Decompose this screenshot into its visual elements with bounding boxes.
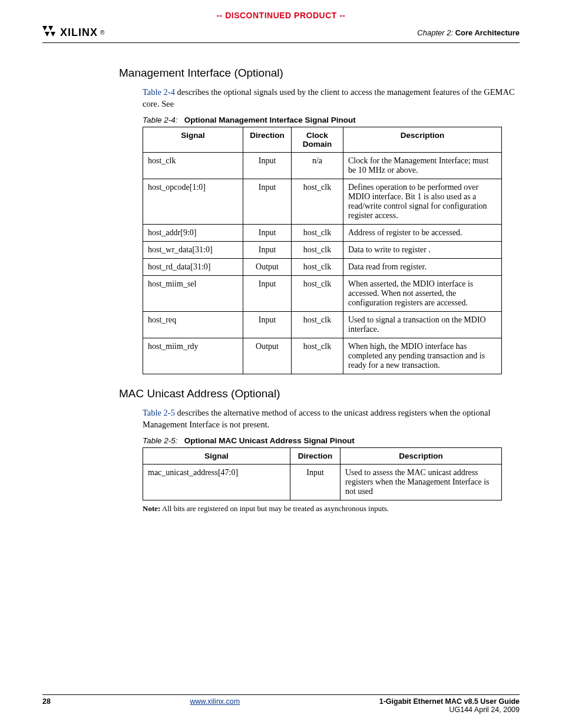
cell-signal: host_miim_rdy xyxy=(143,338,243,374)
col-signal: Signal xyxy=(143,127,243,153)
footer-url[interactable]: www.xilinx.com xyxy=(51,697,379,706)
cell-description: Used to signal a transaction on the MDIO… xyxy=(343,312,502,338)
table-2-4-link[interactable]: Table 2-4 xyxy=(143,87,175,97)
cell-description: Defines operation to be performed over M… xyxy=(343,179,502,225)
cell-clock: host_clk xyxy=(292,338,343,374)
table-row: host_miim_selInputhost_clkWhen asserted,… xyxy=(143,276,502,312)
cell-clock: host_clk xyxy=(292,276,343,312)
logo-brand-text: XILINX xyxy=(60,27,98,39)
col-direction: Direction xyxy=(290,448,340,465)
table-row: host_miim_rdyOutputhost_clkWhen high, th… xyxy=(143,338,502,374)
logo-registered: ® xyxy=(100,29,104,36)
table-row: host_wr_data[31:0]Inputhost_clkData to w… xyxy=(143,242,502,259)
chapter-prefix: Chapter 2: xyxy=(417,28,453,37)
cell-direction: Output xyxy=(243,338,292,374)
svg-marker-1 xyxy=(48,26,53,31)
cell-clock: host_clk xyxy=(292,242,343,259)
cell-clock: host_clk xyxy=(292,312,343,338)
cell-direction: Input xyxy=(243,312,292,338)
cell-description: Data read from register. xyxy=(343,259,502,276)
table-header-row: Signal Direction Clock Domain Descriptio… xyxy=(143,127,502,153)
cell-description: Data to write to register . xyxy=(343,242,502,259)
section-heading-management: Management Interface (Optional) xyxy=(119,67,520,80)
table-2-5: Signal Direction Description mac_unicast… xyxy=(143,447,502,500)
cell-clock: host_clk xyxy=(292,179,343,225)
col-clock-domain: Clock Domain xyxy=(292,127,343,153)
table-2-5-number: Table 2-5: xyxy=(143,436,178,445)
cell-signal: host_wr_data[31:0] xyxy=(143,242,243,259)
table-row: host_addr[9:0]Inputhost_clkAddress of re… xyxy=(143,225,502,242)
cell-description: When high, the MDIO interface has comple… xyxy=(343,338,502,374)
table-2-5-link[interactable]: Table 2-5 xyxy=(143,408,175,417)
cell-signal: mac_unicast_address[47:0] xyxy=(143,465,290,500)
cell-clock: host_clk xyxy=(292,259,343,276)
xilinx-logo-icon xyxy=(42,26,58,39)
table-2-5-caption: Table 2-5: Optional MAC Unicast Address … xyxy=(143,436,520,445)
table-2-5-title: Optional MAC Unicast Address Signal Pino… xyxy=(184,436,355,445)
table-2-4: Signal Direction Clock Domain Descriptio… xyxy=(143,127,502,374)
chapter-breadcrumb: Chapter 2: Core Architecture xyxy=(417,28,520,37)
table-2-4-title: Optional Management Interface Signal Pin… xyxy=(184,116,356,124)
cell-signal: host_opcode[1:0] xyxy=(143,179,243,225)
cell-direction: Input xyxy=(243,225,292,242)
cell-direction: Input xyxy=(243,179,292,225)
table-2-4-number: Table 2-4: xyxy=(143,116,178,124)
cell-description: Clock for the Management Interface; must… xyxy=(343,153,502,179)
cell-signal: host_addr[9:0] xyxy=(143,225,243,242)
cell-direction: Output xyxy=(243,259,292,276)
table-row: host_clkInputn/aClock for the Management… xyxy=(143,153,502,179)
cell-direction: Input xyxy=(243,153,292,179)
footer-rule xyxy=(42,694,520,695)
svg-marker-3 xyxy=(51,32,55,37)
col-signal: Signal xyxy=(143,448,290,465)
table-row: host_reqInputhost_clkUsed to signal a tr… xyxy=(143,312,502,338)
cell-direction: Input xyxy=(243,242,292,259)
col-description: Description xyxy=(343,127,502,153)
chapter-title: Core Architecture xyxy=(455,28,520,37)
note-label: Note: xyxy=(143,504,160,513)
table-2-4-caption: Table 2-4: Optional Management Interface… xyxy=(143,116,520,124)
section-heading-mac: MAC Unicast Address (Optional) xyxy=(119,387,520,400)
cell-direction: Input xyxy=(243,276,292,312)
cell-description: When asserted, the MDIO interface is acc… xyxy=(343,276,502,312)
cell-description: Address of register to be accessed. xyxy=(343,225,502,242)
table-row: mac_unicast_address[47:0] Input Used to … xyxy=(143,465,502,500)
section2-paragraph: Table 2-5 describes the alternative meth… xyxy=(143,407,520,430)
col-direction: Direction xyxy=(243,127,292,153)
svg-marker-0 xyxy=(42,26,47,31)
table-2-5-note: Note: All bits are registered on input b… xyxy=(143,504,520,513)
xilinx-logo: XILINX® xyxy=(42,26,104,39)
cell-signal: host_req xyxy=(143,312,243,338)
note-text: All bits are registered on input but may… xyxy=(160,504,389,513)
cell-signal: host_clk xyxy=(143,153,243,179)
table-row: host_rd_data[31:0]Outputhost_clkData rea… xyxy=(143,259,502,276)
cell-clock: host_clk xyxy=(292,225,343,242)
discontinued-banner: -- DISCONTINUED PRODUCT -- xyxy=(42,11,520,20)
section2-paragraph-rest: describes the alternative method of acce… xyxy=(143,408,490,429)
page-footer: 28 www.xilinx.com 1-Gigabit Ethernet MAC… xyxy=(42,697,520,714)
section1-paragraph: Table 2-4 describes the optional signals… xyxy=(143,87,520,110)
section1-paragraph-rest: describes the optional signals used by t… xyxy=(143,87,515,108)
cell-description: Used to assess the MAC unicast address r… xyxy=(340,465,502,500)
table-header-row: Signal Direction Description xyxy=(143,448,502,465)
cell-signal: host_miim_sel xyxy=(143,276,243,312)
footer-docid: UG144 April 24, 2009 xyxy=(379,706,520,714)
col-description: Description xyxy=(340,448,502,465)
cell-signal: host_rd_data[31:0] xyxy=(143,259,243,276)
svg-marker-2 xyxy=(45,32,49,37)
cell-clock: n/a xyxy=(292,153,343,179)
page-number: 28 xyxy=(42,697,51,706)
table-row: host_opcode[1:0]Inputhost_clkDefines ope… xyxy=(143,179,502,225)
cell-direction: Input xyxy=(290,465,340,500)
footer-guide-title: 1-Gigabit Ethernet MAC v8.5 User Guide xyxy=(379,697,520,706)
page-header: XILINX® Chapter 2: Core Architecture xyxy=(42,26,520,43)
